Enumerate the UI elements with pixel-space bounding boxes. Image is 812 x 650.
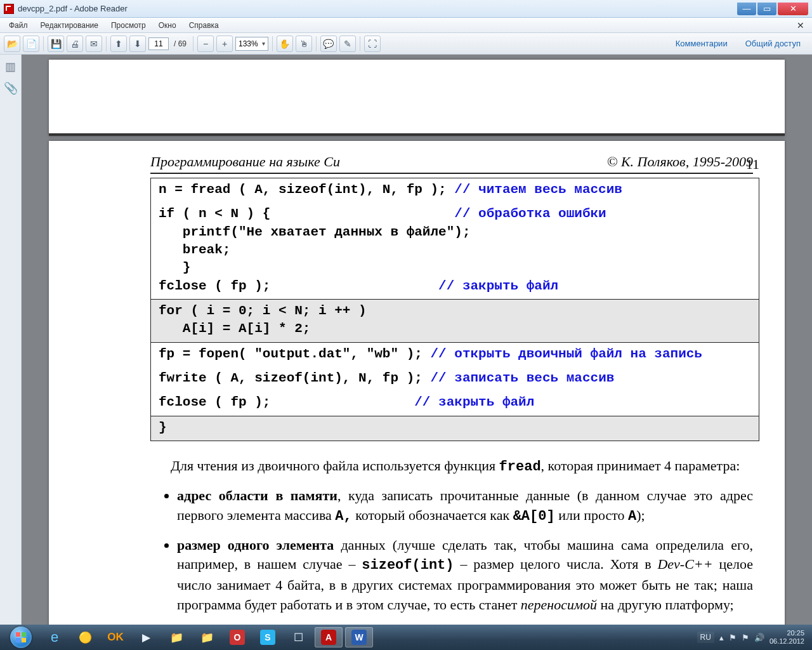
- task-player[interactable]: ▶: [132, 627, 160, 647]
- minimize-button[interactable]: —: [737, 3, 756, 15]
- comment-icon[interactable]: 💬: [320, 36, 337, 52]
- task-opera[interactable]: O: [223, 627, 251, 647]
- header-right: © К. Поляков, 1995-2009: [607, 154, 753, 170]
- read-mode-icon[interactable]: ⛶: [364, 36, 381, 52]
- toolbar: 📂 📄 💾 🖨 ✉ ⬆ ⬇ / 69 − + 133% ✋ 🖱 💬 ✎ ⛶ Ко…: [0, 33, 812, 55]
- page-number-input[interactable]: [148, 37, 169, 50]
- attachments-icon[interactable]: 📎: [4, 81, 18, 95]
- page-up-icon[interactable]: ⬆: [110, 36, 127, 52]
- page-number: 11: [746, 156, 759, 173]
- window-titlebar: devcpp_2.pdf - Adobe Reader — ▭ ✕: [0, 0, 812, 18]
- task-chrome[interactable]: 🟡: [71, 627, 99, 647]
- menu-bar: Файл Редактирование Просмотр Окно Справк…: [0, 18, 812, 33]
- code-block: n = fread ( A, sizeof(int), N, fp ); // …: [150, 178, 759, 441]
- tray-sound-icon[interactable]: 🔊: [754, 633, 764, 642]
- start-button[interactable]: [4, 626, 38, 649]
- bullet-list: адрес области в памяти, куда записать пр…: [150, 486, 759, 615]
- highlight-icon[interactable]: ✎: [339, 36, 356, 52]
- maximize-button[interactable]: ▭: [757, 3, 776, 15]
- system-tray: RU ▴ ⚑ ⚑ 🔊 20:25 06.12.2012: [697, 629, 808, 646]
- menu-window[interactable]: Окно: [154, 19, 181, 32]
- save-icon[interactable]: 💾: [48, 36, 64, 52]
- tray-up-icon[interactable]: ▴: [719, 633, 724, 642]
- window-title: devcpp_2.pdf - Adobe Reader: [18, 4, 737, 13]
- pdf-page-prev: [49, 60, 785, 136]
- menu-close-icon[interactable]: ✕: [793, 20, 808, 30]
- share-link[interactable]: Общий доступ: [738, 39, 808, 48]
- task-adobe-reader[interactable]: A: [315, 627, 343, 647]
- task-word[interactable]: W: [345, 627, 373, 647]
- menu-view[interactable]: Просмотр: [106, 19, 151, 32]
- app-icon: [4, 4, 14, 14]
- zoom-in-icon[interactable]: +: [216, 36, 233, 52]
- zoom-out-icon[interactable]: −: [197, 36, 214, 52]
- tray-flag-icon[interactable]: ⚑: [729, 633, 737, 642]
- header-left: Программирование на языке Си: [150, 154, 340, 170]
- open-icon[interactable]: 📂: [4, 36, 20, 52]
- paragraph-intro: Для чтения из двоичного файла использует…: [150, 456, 759, 477]
- bullet-1: адрес области в памяти, куда записать пр…: [177, 486, 753, 527]
- sidebar: ▥ 📎: [0, 55, 22, 625]
- thumbnails-icon[interactable]: ▥: [4, 60, 18, 74]
- page-total-label: / 69: [171, 39, 189, 48]
- page-down-icon[interactable]: ⬇: [129, 36, 146, 52]
- close-button[interactable]: ✕: [778, 3, 808, 15]
- comments-link[interactable]: Комментарии: [668, 39, 735, 48]
- task-app[interactable]: ☐: [284, 627, 312, 647]
- menu-edit[interactable]: Редактирование: [36, 19, 103, 32]
- page-header: Программирование на языке Си © К. Поляко…: [150, 154, 753, 174]
- taskbar: e 🟡 OK ▶ 📁 📁 O S ☐ A W RU ▴ ⚑ ⚑ 🔊 20:25 …: [0, 625, 812, 650]
- task-ok[interactable]: OK: [102, 627, 129, 647]
- tray-network-icon[interactable]: ⚑: [742, 633, 749, 642]
- document-area[interactable]: 11 Программирование на языке Си © К. Пол…: [22, 55, 812, 625]
- windows-orb-icon: [10, 627, 32, 648]
- export-pdf-icon[interactable]: 📄: [23, 36, 39, 52]
- menu-help[interactable]: Справка: [184, 19, 224, 32]
- task-explorer2[interactable]: 📁: [193, 627, 221, 647]
- tool-hand-icon[interactable]: ✋: [277, 36, 293, 52]
- tool-select-icon[interactable]: 🖱: [296, 36, 312, 52]
- language-indicator[interactable]: RU: [697, 632, 714, 643]
- clock[interactable]: 20:25 06.12.2012: [769, 629, 804, 646]
- task-explorer[interactable]: 📁: [162, 627, 190, 647]
- bullet-2: размер одного элемента данных (лучше сде…: [177, 536, 753, 615]
- zoom-select[interactable]: 133%: [235, 37, 268, 51]
- task-skype[interactable]: S: [254, 627, 282, 647]
- menu-file[interactable]: Файл: [4, 19, 33, 32]
- task-ie[interactable]: e: [41, 627, 69, 647]
- email-icon[interactable]: ✉: [86, 36, 102, 52]
- print-icon[interactable]: 🖨: [67, 36, 83, 52]
- pdf-page: 11 Программирование на языке Си © К. Пол…: [49, 141, 785, 625]
